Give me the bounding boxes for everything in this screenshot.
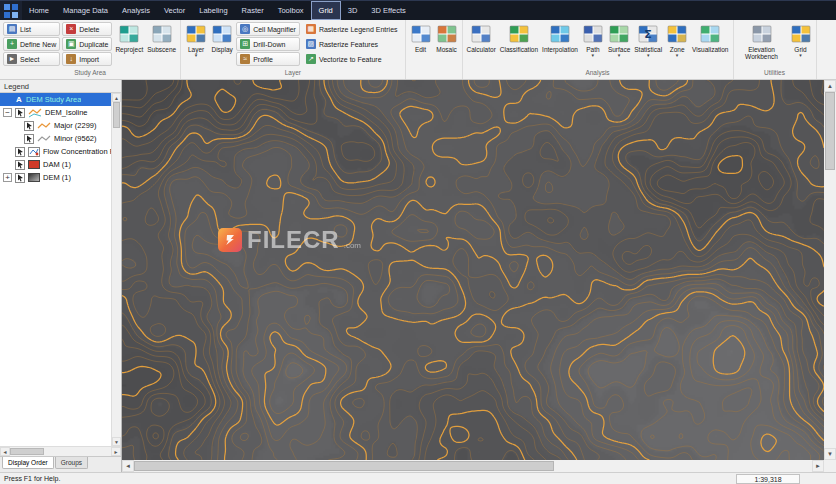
app-icon[interactable] [0,1,22,21]
scroll-right-icon[interactable]: ► [111,447,121,456]
rasterize-features-button[interactable]: ▨Rasterize Features [302,37,402,51]
zone-button[interactable]: Zone▾ [664,22,690,59]
map-horizontal-scrollbar[interactable]: ◄ ► [122,460,824,472]
button-label: Cell Magnifier [253,26,296,33]
ribbon-group-body: Layer▾Display◎Cell Magnifier⊞Drill-Down≈… [181,20,404,68]
ribbon-tab-3d[interactable]: 3D [341,1,365,20]
rasterize-legend-entries-button[interactable]: ▦Rasterize Legend Entries [302,22,402,36]
button-label: Subscene [147,46,176,53]
ribbon-tab-home[interactable]: Home [22,1,56,20]
cell-magnifier-button[interactable]: ◎Cell Magnifier [236,22,300,36]
ribbon-group-label: Utilities [734,68,816,79]
list-button[interactable]: ▤List [3,22,60,36]
scroll-right-icon[interactable]: ► [812,460,824,472]
legend-item-flow-concentration-res[interactable]: Flow Concentration Res... [0,145,111,158]
scrollbar-thumb[interactable] [10,448,44,455]
vectorize-to-feature-button[interactable]: ↗Vectorize to Feature [302,52,402,66]
layer-button[interactable]: Layer▾ [183,22,209,59]
ribbon-tab-labeling[interactable]: Labeling [192,1,234,20]
scroll-down-icon[interactable]: ▼ [112,437,121,446]
edit-button[interactable]: Edit [408,22,434,54]
scrollbar-track[interactable] [112,128,121,437]
grid-button[interactable]: Grid▾ [788,22,814,59]
button-label: Select [20,56,39,63]
scrollbar-track[interactable] [44,447,111,456]
classification-button[interactable]: Classification [498,22,540,54]
legend-item-label: DEM (1) [43,173,71,182]
dam-color-swatch [28,160,40,169]
button-label: Mosaic [436,46,457,53]
scroll-up-icon[interactable]: ▲ [112,93,121,102]
ribbon-tab-3d-effects[interactable]: 3D Effects [364,1,412,20]
ribbon-tab-analysis[interactable]: Analysis [115,1,157,20]
collapse-icon[interactable]: − [3,108,12,117]
drill-down-button[interactable]: ⊞Drill-Down [236,37,300,51]
scrollbar-thumb[interactable] [113,102,120,128]
legend-item-major-2299[interactable]: Major (2299) [0,119,111,132]
layer-select-icon [24,121,34,131]
panel-tab-groups[interactable]: Groups [55,457,88,469]
expand-icon[interactable]: + [3,173,12,182]
profile-button[interactable]: ≈Profile [236,52,300,66]
import-button[interactable]: ↓Import [62,52,112,66]
scrollbar-track[interactable] [824,170,836,448]
profile-icon: ≈ [240,54,250,64]
legend-item-label: Minor (9562) [54,134,97,143]
ribbon-button-column: ▦Rasterize Legend Entries▨Rasterize Feat… [301,22,403,66]
legend-item-dem-1[interactable]: +DEM (1) [0,171,111,184]
scrollbar-thumb[interactable] [134,461,554,471]
rasterize-features-icon: ▨ [306,39,316,49]
elevation-workbench-button[interactable]: Elevation Workbench [736,22,788,61]
mosaic-button[interactable]: Mosaic [434,22,460,54]
select-button[interactable]: ►Select [3,52,60,66]
scroll-left-icon[interactable]: ◄ [0,447,10,456]
button-label: Reproject [115,46,143,53]
delete-button[interactable]: ×Delete [62,22,112,36]
path-icon [582,23,604,45]
ribbon-tab-vector[interactable]: Vector [157,1,192,20]
isoline-layer-icon [28,108,42,118]
legend-horizontal-scrollbar[interactable]: ◄ ► [0,446,121,456]
scrollbar-track[interactable] [554,460,812,472]
panel-tab-display-order[interactable]: Display Order [2,457,54,469]
ribbon-tab-raster[interactable]: Raster [235,1,271,20]
map-canvas[interactable] [122,80,824,460]
elevation-workbench-icon [751,23,773,45]
ribbon-tab-toolbox[interactable]: Toolbox [271,1,311,20]
scroll-up-icon[interactable]: ▲ [824,80,836,92]
zone-icon [666,23,688,45]
display-button[interactable]: Display [209,22,235,54]
button-label: Define New [20,41,56,48]
scroll-down-icon[interactable]: ▼ [824,448,836,460]
interpolation-button[interactable]: Interpolation [540,22,580,54]
subscene-button[interactable]: Subscene [145,22,178,54]
statistical-button[interactable]: ΣStatistical▾ [632,22,664,59]
scrollbar-thumb[interactable] [825,92,835,170]
legend-tree: ADEM Study Area−DEM_IsolineMajor (2299)M… [0,93,111,446]
define-new-button[interactable]: +Define New [3,37,60,51]
ribbon-tab-grid[interactable]: Grid [311,1,341,20]
map-vertical-scrollbar[interactable]: ▲ ▼ [824,80,836,460]
button-label: Duplicate [79,41,108,48]
surface-button[interactable]: Surface▾ [606,22,632,59]
legend-item-dam-1[interactable]: DAM (1) [0,158,111,171]
button-label: Classification [500,46,538,53]
ribbon-tab-manage-data[interactable]: Manage Data [56,1,115,20]
reproject-button[interactable]: Reproject [113,22,145,54]
statistical-icon: Σ [637,23,659,45]
legend-item-dem-study-area[interactable]: ADEM Study Area [0,93,111,106]
calculator-button[interactable]: Calculator [465,22,498,54]
legend-vertical-scrollbar[interactable]: ▲ ▼ [111,93,121,446]
path-button[interactable]: Path▾ [580,22,606,59]
button-label: Edit [415,46,426,53]
visualization-button[interactable]: Visualization [690,22,730,54]
ribbon-group-label: Analysis [463,68,733,79]
duplicate-button[interactable]: ▣Duplicate [62,37,112,51]
button-label: Visualization [692,46,728,53]
legend-item-label: Major (2299) [54,121,97,130]
map-viewport[interactable]: FILECR .com [122,80,824,460]
legend-item-minor-9562[interactable]: Minor (9562) [0,132,111,145]
legend-panel-tabs: Display OrderGroups [0,456,121,472]
scroll-left-icon[interactable]: ◄ [122,460,134,472]
legend-item-dem-isoline[interactable]: −DEM_Isoline [0,106,111,119]
